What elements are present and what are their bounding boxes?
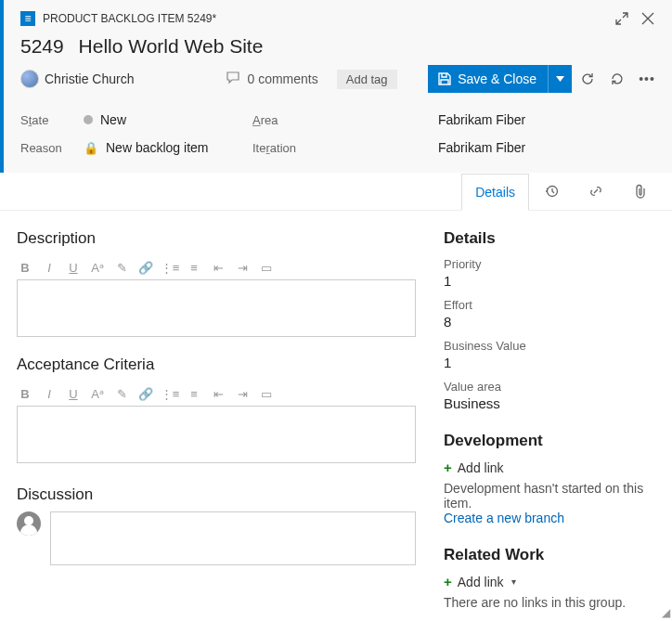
- effort-label: Effort: [444, 298, 657, 312]
- state-label: State: [20, 113, 84, 127]
- image-icon[interactable]: ▭: [258, 385, 275, 402]
- more-actions-icon[interactable]: •••: [633, 65, 661, 93]
- window-title: PRODUCT BACKLOG ITEM 5249*: [43, 12, 216, 25]
- business-value-value[interactable]: 1: [444, 355, 657, 370]
- undo-icon[interactable]: [603, 65, 631, 93]
- number-list-icon[interactable]: ≡: [186, 259, 202, 276]
- tab-history[interactable]: [529, 173, 574, 210]
- comments-count[interactable]: 0 comments: [226, 71, 317, 87]
- dev-empty-message: Development hasn't started on this item.: [444, 481, 657, 511]
- work-item-type-icon: [20, 11, 35, 26]
- priority-label: Priority: [444, 257, 657, 271]
- bold-icon[interactable]: B: [17, 385, 33, 402]
- tab-links[interactable]: [574, 173, 618, 210]
- close-icon[interactable]: [635, 6, 661, 32]
- add-link-label: Add link: [458, 575, 504, 589]
- assigned-to[interactable]: Christie Church: [45, 71, 134, 86]
- number-list-icon[interactable]: ≡: [186, 385, 202, 402]
- state-value[interactable]: New: [84, 112, 126, 127]
- related-empty-message: There are no links in this group.: [444, 595, 657, 610]
- discussion-input[interactable]: [50, 511, 416, 565]
- work-item-id: 5249: [20, 35, 64, 57]
- save-close-label: Save & Close: [458, 71, 536, 86]
- area-label: Area: [252, 113, 316, 127]
- iteration-value[interactable]: Fabrikam Fiber: [438, 140, 525, 155]
- bullet-list-icon[interactable]: ⋮≡: [162, 385, 178, 402]
- value-area-value[interactable]: Business: [444, 395, 657, 411]
- font-icon[interactable]: Aᵃ: [89, 385, 106, 402]
- priority-value[interactable]: 1: [444, 273, 657, 289]
- font-icon[interactable]: Aᵃ: [89, 259, 106, 276]
- indent-icon[interactable]: ⇥: [234, 259, 251, 276]
- italic-icon[interactable]: I: [41, 259, 58, 276]
- underline-icon[interactable]: U: [65, 385, 82, 402]
- create-branch-link[interactable]: Create a new branch: [444, 511, 657, 525]
- bold-icon[interactable]: B: [17, 259, 33, 276]
- indent-icon[interactable]: ⇥: [234, 385, 251, 402]
- image-icon[interactable]: ▭: [258, 259, 275, 276]
- user-avatar-icon: [17, 511, 41, 536]
- acceptance-heading: Acceptance Criteria: [17, 356, 416, 374]
- related-add-link-button[interactable]: + Add link ▾: [444, 574, 657, 589]
- development-heading: Development: [444, 432, 657, 450]
- clear-format-icon[interactable]: ✎: [113, 385, 130, 402]
- acceptance-toolbar[interactable]: B I U Aᵃ ✎ 🔗 ⋮≡ ≡ ⇤ ⇥ ▭: [17, 382, 416, 406]
- work-item-title[interactable]: Hello World Web Site: [79, 35, 264, 57]
- value-area-label: Value area: [444, 380, 657, 394]
- acceptance-input[interactable]: [17, 406, 416, 463]
- tab-details[interactable]: Details: [461, 174, 529, 211]
- save-and-close-button[interactable]: Save & Close: [428, 65, 572, 93]
- area-value[interactable]: Fabrikam Fiber: [438, 112, 525, 127]
- plus-icon: +: [444, 459, 452, 475]
- outdent-icon[interactable]: ⇤: [210, 385, 226, 402]
- description-toolbar[interactable]: B I U Aᵃ ✎ 🔗 ⋮≡ ≡ ⇤ ⇥ ▭: [17, 255, 416, 279]
- plus-icon: +: [444, 574, 452, 589]
- details-panel-heading: Details: [444, 229, 657, 248]
- comment-icon: [226, 71, 241, 87]
- avatar: [20, 70, 39, 88]
- description-heading: Description: [17, 229, 416, 248]
- link-icon[interactable]: 🔗: [137, 259, 154, 276]
- chevron-down-icon: ▾: [511, 576, 516, 587]
- lock-icon: 🔒: [84, 141, 98, 155]
- add-link-label: Add link: [458, 460, 504, 475]
- description-input[interactable]: [17, 279, 416, 337]
- dev-add-link-button[interactable]: + Add link: [444, 459, 657, 475]
- expand-icon[interactable]: [609, 6, 635, 32]
- reason-value[interactable]: 🔒 New backlog item: [84, 140, 209, 155]
- resize-grip-icon[interactable]: ◢: [662, 606, 670, 619]
- iteration-label: Iteration: [252, 141, 316, 155]
- bullet-list-icon[interactable]: ⋮≡: [162, 259, 178, 276]
- clear-format-icon[interactable]: ✎: [113, 259, 130, 276]
- underline-icon[interactable]: U: [65, 259, 82, 276]
- business-value-label: Business Value: [444, 339, 657, 353]
- effort-value[interactable]: 8: [444, 314, 657, 330]
- outdent-icon[interactable]: ⇤: [210, 259, 226, 276]
- discussion-heading: Discussion: [17, 485, 416, 504]
- link-icon[interactable]: 🔗: [137, 385, 154, 402]
- related-work-heading: Related Work: [444, 546, 657, 564]
- reason-label: Reason: [20, 141, 84, 155]
- comments-label: 0 comments: [247, 71, 317, 86]
- italic-icon[interactable]: I: [41, 385, 58, 402]
- state-dot-icon: [84, 115, 93, 124]
- save-dropdown[interactable]: [548, 65, 572, 93]
- add-tag-button[interactable]: Add tag: [337, 70, 397, 89]
- refresh-icon[interactable]: [574, 65, 601, 93]
- tab-attachments[interactable]: [618, 173, 663, 210]
